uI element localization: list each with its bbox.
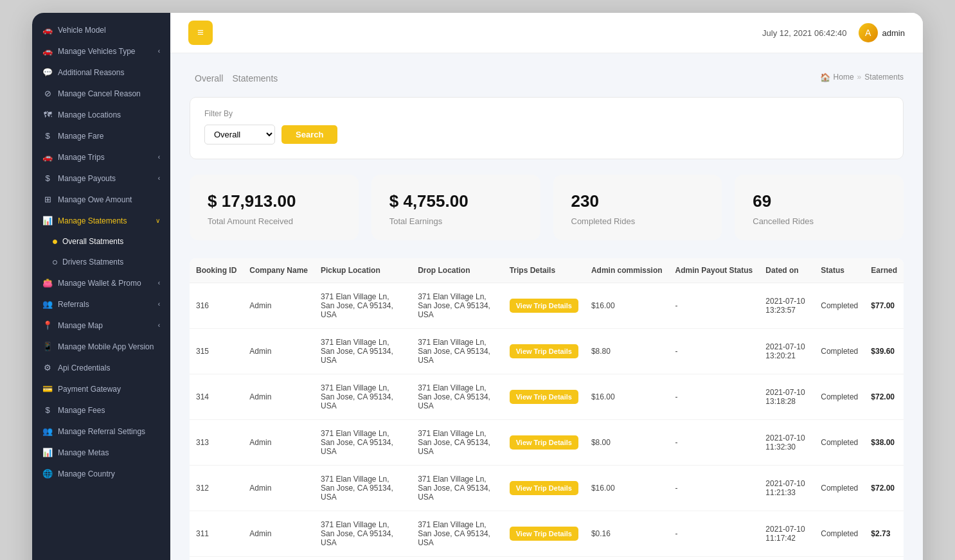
drop-location: 371 Elan Village Ln, San Jose, CA 95134,… — [411, 329, 503, 374]
sidebar-icon: 🚗 — [42, 152, 53, 162]
pickup-location: 371 Elan Village Ln, San Jose, CA 95134,… — [314, 511, 411, 557]
trip-details-btn: View Trip Details — [503, 283, 585, 329]
sidebar-item-additional-reasons[interactable]: 💬Additional Reasons — [32, 62, 170, 83]
sidebar-item-manage-owe-amount[interactable]: ⊞Manage Owe Amount — [32, 189, 170, 210]
pickup-location: 371 Elan Village Ln, San Jose, CA 95134,… — [314, 329, 411, 374]
table-body: 316Admin371 Elan Village Ln, San Jose, C… — [190, 283, 904, 561]
sidebar-item-label: Manage Wallet & Promo — [58, 279, 141, 288]
sidebar-item-label: Referrals — [58, 300, 89, 309]
dated-on: 2021-07-10 — [759, 557, 814, 561]
stat-value: $ 4,755.00 — [389, 191, 522, 211]
booking-id: 310 — [190, 557, 243, 561]
sidebar-icon: 📊 — [42, 216, 53, 225]
admin-commission: $16.00 — [585, 283, 669, 329]
earned: $72.00 — [864, 466, 904, 511]
sidebar-item-manage-wallet-&-promo[interactable]: 👛Manage Wallet & Promo‹ — [32, 272, 170, 293]
view-trip-details-button[interactable]: View Trip Details — [510, 435, 578, 450]
sidebar-item-manage-vehicles-type[interactable]: 🚗Manage Vehicles Type‹ — [32, 40, 170, 62]
sidebar-item-label: Drivers Statments — [62, 258, 123, 267]
column-header-trips-details: Trips Details — [503, 258, 585, 283]
view-trip-details-button[interactable]: View Trip Details — [510, 527, 578, 541]
sidebar-item-overall-statments[interactable]: Overall Statments — [32, 231, 170, 252]
sidebar-item-label: Manage Country — [58, 469, 115, 478]
trip-details-btn: View Trip Details — [503, 511, 585, 557]
sidebar-item-referrals[interactable]: 👥Referrals‹ — [32, 293, 170, 315]
booking-id: 316 — [190, 283, 243, 329]
trip-details-btn: View Trip Details — [503, 466, 585, 511]
stat-card-0: $ 17,913.00Total Amount Received — [190, 175, 359, 240]
home-icon: 🏠 — [820, 73, 830, 82]
sidebar-item-manage-metas[interactable]: 📊Manage Metas — [32, 442, 170, 463]
sidebar-item-label: Manage Trips — [58, 153, 105, 162]
view-trip-details-button[interactable]: View Trip Details — [510, 344, 578, 358]
page-title-area: Overall Statements — [190, 69, 278, 85]
sidebar-item-manage-fees[interactable]: $Manage Fees — [32, 399, 170, 421]
filter-label: Filter By — [204, 109, 889, 118]
chevron-icon: ‹ — [158, 279, 160, 286]
column-header-admin-payout-status: Admin Payout Status — [669, 258, 760, 283]
view-trip-details-button[interactable]: View Trip Details — [510, 390, 578, 404]
sidebar-item-label: Manage Payouts — [58, 174, 116, 183]
column-header-drop-location: Drop Location — [411, 258, 503, 283]
sidebar-item-drivers-statments[interactable]: Drivers Statments — [32, 252, 170, 272]
search-button[interactable]: Search — [281, 125, 337, 144]
page-content: Overall Statements 🏠 Home » Statements F… — [170, 53, 923, 560]
sidebar-icon: 📱 — [42, 342, 53, 351]
column-header-dated-on: Dated on — [759, 258, 814, 283]
stat-label: Total Amount Received — [208, 216, 341, 226]
view-trip-details-button[interactable]: View Trip Details — [510, 299, 578, 313]
stat-label: Cancelled Rides — [753, 216, 886, 226]
sidebar-item-label: Manage Fare — [58, 132, 103, 141]
pickup-location: 371 Elan Village Ln, San Jose, CA 95134,… — [314, 466, 411, 511]
sidebar-item-manage-map[interactable]: 📍Manage Map‹ — [32, 315, 170, 336]
chevron-icon: ‹ — [158, 175, 160, 182]
pickup-location: 371 Elan Village Ln, San Jose, CA 95134,… — [314, 283, 411, 329]
sidebar-item-manage-mobile-app-version[interactable]: 📱Manage Mobile App Version — [32, 336, 170, 357]
sidebar-item-manage-referral-settings[interactable]: 👥Manage Referral Settings — [32, 421, 170, 442]
header-right: July 12, 2021 06:42:40 A admin — [762, 23, 905, 42]
table-row: 313Admin371 Elan Village Ln, San Jose, C… — [190, 420, 904, 466]
sidebar-item-vehicle-model[interactable]: 🚗Vehicle Model — [32, 19, 170, 40]
sidebar-item-label: Manage Map — [58, 321, 103, 330]
sidebar-item-manage-locations[interactable]: 🗺Manage Locations — [32, 104, 170, 125]
company-name: Admin — [243, 283, 314, 329]
chevron-icon: ∨ — [156, 217, 160, 224]
sidebar-item-api-credentials[interactable]: ⚙Api Credentials — [32, 357, 170, 378]
header: ≡ July 12, 2021 06:42:40 A admin — [170, 13, 923, 53]
booking-id: 315 — [190, 329, 243, 374]
sidebar-item-label: Api Credentials — [58, 363, 110, 372]
sidebar-item-manage-statements[interactable]: 📊Manage Statements∨ — [32, 210, 170, 231]
booking-id: 314 — [190, 374, 243, 420]
company-name: Admin — [243, 511, 314, 557]
column-header-admin-commission: Admin commission — [585, 258, 669, 283]
sidebar-item-manage-trips[interactable]: 🚗Manage Trips‹ — [32, 146, 170, 168]
admin-payout-status: - — [669, 283, 760, 329]
menu-toggle-button[interactable]: ≡ — [188, 21, 213, 45]
admin-label: admin — [882, 28, 905, 38]
sidebar-item-label: Additional Reasons — [58, 68, 124, 77]
admin-commission: $15.40 — [585, 557, 669, 561]
filter-row: Overall Driver Admin Search — [204, 125, 889, 144]
sidebar-item-manage-country[interactable]: 🌐Manage Country — [32, 463, 170, 484]
sidebar-item-payment-gateway[interactable]: 💳Payment Gateway — [32, 378, 170, 399]
sidebar-item-manage-fare[interactable]: $Manage Fare — [32, 125, 170, 146]
stat-card-1: $ 4,755.00Total Earnings — [371, 175, 540, 240]
stat-card-3: 69Cancelled Rides — [735, 175, 904, 240]
stat-label: Completed Rides — [571, 216, 704, 226]
app-window: 🚗Vehicle Model🚗Manage Vehicles Type‹💬Add… — [32, 13, 923, 560]
view-trip-details-button[interactable]: View Trip Details — [510, 481, 578, 495]
sidebar-item-label: Payment Gateway — [58, 385, 121, 394]
statements-table: Booking IDCompany NamePickup LocationDro… — [190, 258, 904, 560]
filter-select[interactable]: Overall Driver Admin — [204, 125, 275, 144]
stats-row: $ 17,913.00Total Amount Received$ 4,755.… — [190, 175, 904, 240]
status: Completed — [814, 557, 864, 561]
admin-commission: $16.00 — [585, 466, 669, 511]
booking-id: 313 — [190, 420, 243, 466]
sidebar-item-manage-payouts[interactable]: $Manage Payouts‹ — [32, 168, 170, 189]
sidebar-icon: $ — [42, 173, 53, 183]
datetime-display: July 12, 2021 06:42:40 — [762, 28, 847, 38]
sidebar-icon: ⚙ — [42, 363, 53, 372]
sidebar-item-manage-cancel-reason[interactable]: ⊘Manage Cancel Reason — [32, 83, 170, 104]
sidebar-icon: 💳 — [42, 384, 53, 394]
company-name: Admin — [243, 329, 314, 374]
